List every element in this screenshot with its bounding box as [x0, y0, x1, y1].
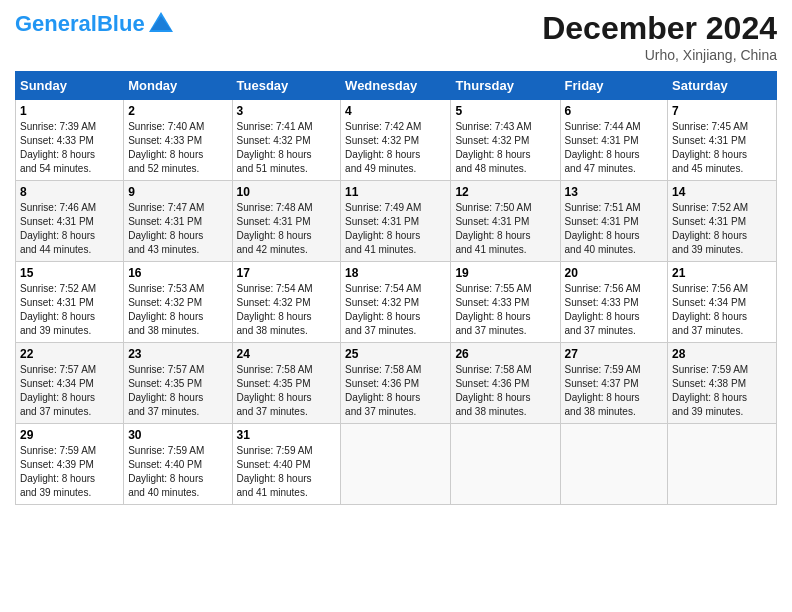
day-info: Sunrise: 7:57 AM Sunset: 4:34 PM Dayligh…	[20, 363, 119, 419]
logo-text: GeneralBlue	[15, 13, 145, 35]
day-info: Sunrise: 7:58 AM Sunset: 4:36 PM Dayligh…	[345, 363, 446, 419]
table-row: 29Sunrise: 7:59 AM Sunset: 4:39 PM Dayli…	[16, 424, 124, 505]
day-info: Sunrise: 7:56 AM Sunset: 4:34 PM Dayligh…	[672, 282, 772, 338]
day-number: 5	[455, 104, 555, 118]
table-row: 14Sunrise: 7:52 AM Sunset: 4:31 PM Dayli…	[668, 181, 777, 262]
table-row	[341, 424, 451, 505]
day-number: 8	[20, 185, 119, 199]
day-info: Sunrise: 7:58 AM Sunset: 4:35 PM Dayligh…	[237, 363, 337, 419]
table-row: 2Sunrise: 7:40 AM Sunset: 4:33 PM Daylig…	[124, 100, 232, 181]
table-row: 11Sunrise: 7:49 AM Sunset: 4:31 PM Dayli…	[341, 181, 451, 262]
logo-icon	[147, 10, 175, 38]
day-info: Sunrise: 7:59 AM Sunset: 4:40 PM Dayligh…	[128, 444, 227, 500]
day-info: Sunrise: 7:44 AM Sunset: 4:31 PM Dayligh…	[565, 120, 664, 176]
day-number: 28	[672, 347, 772, 361]
day-info: Sunrise: 7:50 AM Sunset: 4:31 PM Dayligh…	[455, 201, 555, 257]
day-number: 19	[455, 266, 555, 280]
day-number: 20	[565, 266, 664, 280]
day-number: 31	[237, 428, 337, 442]
day-info: Sunrise: 7:45 AM Sunset: 4:31 PM Dayligh…	[672, 120, 772, 176]
day-info: Sunrise: 7:49 AM Sunset: 4:31 PM Dayligh…	[345, 201, 446, 257]
day-number: 17	[237, 266, 337, 280]
day-number: 27	[565, 347, 664, 361]
table-row: 7Sunrise: 7:45 AM Sunset: 4:31 PM Daylig…	[668, 100, 777, 181]
table-row: 9Sunrise: 7:47 AM Sunset: 4:31 PM Daylig…	[124, 181, 232, 262]
table-row: 1Sunrise: 7:39 AM Sunset: 4:33 PM Daylig…	[16, 100, 124, 181]
day-info: Sunrise: 7:39 AM Sunset: 4:33 PM Dayligh…	[20, 120, 119, 176]
table-row: 21Sunrise: 7:56 AM Sunset: 4:34 PM Dayli…	[668, 262, 777, 343]
table-row: 25Sunrise: 7:58 AM Sunset: 4:36 PM Dayli…	[341, 343, 451, 424]
day-number: 22	[20, 347, 119, 361]
day-number: 1	[20, 104, 119, 118]
day-info: Sunrise: 7:54 AM Sunset: 4:32 PM Dayligh…	[237, 282, 337, 338]
day-info: Sunrise: 7:54 AM Sunset: 4:32 PM Dayligh…	[345, 282, 446, 338]
day-number: 2	[128, 104, 227, 118]
table-row: 30Sunrise: 7:59 AM Sunset: 4:40 PM Dayli…	[124, 424, 232, 505]
day-info: Sunrise: 7:51 AM Sunset: 4:31 PM Dayligh…	[565, 201, 664, 257]
table-row: 17Sunrise: 7:54 AM Sunset: 4:32 PM Dayli…	[232, 262, 341, 343]
col-thursday: Thursday	[451, 72, 560, 100]
calendar-week-1: 1Sunrise: 7:39 AM Sunset: 4:33 PM Daylig…	[16, 100, 777, 181]
col-wednesday: Wednesday	[341, 72, 451, 100]
col-saturday: Saturday	[668, 72, 777, 100]
table-row: 5Sunrise: 7:43 AM Sunset: 4:32 PM Daylig…	[451, 100, 560, 181]
day-info: Sunrise: 7:52 AM Sunset: 4:31 PM Dayligh…	[672, 201, 772, 257]
day-info: Sunrise: 7:55 AM Sunset: 4:33 PM Dayligh…	[455, 282, 555, 338]
table-row: 10Sunrise: 7:48 AM Sunset: 4:31 PM Dayli…	[232, 181, 341, 262]
logo-blue: Blue	[97, 11, 145, 36]
calendar-header-row: Sunday Monday Tuesday Wednesday Thursday…	[16, 72, 777, 100]
day-info: Sunrise: 7:53 AM Sunset: 4:32 PM Dayligh…	[128, 282, 227, 338]
day-number: 24	[237, 347, 337, 361]
table-row: 23Sunrise: 7:57 AM Sunset: 4:35 PM Dayli…	[124, 343, 232, 424]
title-area: December 2024 Urho, Xinjiang, China	[542, 10, 777, 63]
col-tuesday: Tuesday	[232, 72, 341, 100]
day-info: Sunrise: 7:48 AM Sunset: 4:31 PM Dayligh…	[237, 201, 337, 257]
calendar-week-2: 8Sunrise: 7:46 AM Sunset: 4:31 PM Daylig…	[16, 181, 777, 262]
table-row: 26Sunrise: 7:58 AM Sunset: 4:36 PM Dayli…	[451, 343, 560, 424]
day-info: Sunrise: 7:47 AM Sunset: 4:31 PM Dayligh…	[128, 201, 227, 257]
day-number: 14	[672, 185, 772, 199]
day-number: 30	[128, 428, 227, 442]
day-info: Sunrise: 7:41 AM Sunset: 4:32 PM Dayligh…	[237, 120, 337, 176]
col-monday: Monday	[124, 72, 232, 100]
page-container: GeneralBlue December 2024 Urho, Xinjiang…	[0, 0, 792, 515]
day-info: Sunrise: 7:59 AM Sunset: 4:40 PM Dayligh…	[237, 444, 337, 500]
day-number: 18	[345, 266, 446, 280]
day-number: 13	[565, 185, 664, 199]
day-number: 26	[455, 347, 555, 361]
day-info: Sunrise: 7:58 AM Sunset: 4:36 PM Dayligh…	[455, 363, 555, 419]
day-number: 6	[565, 104, 664, 118]
col-friday: Friday	[560, 72, 668, 100]
day-info: Sunrise: 7:42 AM Sunset: 4:32 PM Dayligh…	[345, 120, 446, 176]
day-info: Sunrise: 7:59 AM Sunset: 4:37 PM Dayligh…	[565, 363, 664, 419]
table-row: 13Sunrise: 7:51 AM Sunset: 4:31 PM Dayli…	[560, 181, 668, 262]
table-row: 27Sunrise: 7:59 AM Sunset: 4:37 PM Dayli…	[560, 343, 668, 424]
location: Urho, Xinjiang, China	[542, 47, 777, 63]
calendar-table: Sunday Monday Tuesday Wednesday Thursday…	[15, 71, 777, 505]
calendar-week-4: 22Sunrise: 7:57 AM Sunset: 4:34 PM Dayli…	[16, 343, 777, 424]
col-sunday: Sunday	[16, 72, 124, 100]
day-number: 21	[672, 266, 772, 280]
table-row: 28Sunrise: 7:59 AM Sunset: 4:38 PM Dayli…	[668, 343, 777, 424]
day-info: Sunrise: 7:43 AM Sunset: 4:32 PM Dayligh…	[455, 120, 555, 176]
table-row: 6Sunrise: 7:44 AM Sunset: 4:31 PM Daylig…	[560, 100, 668, 181]
table-row: 22Sunrise: 7:57 AM Sunset: 4:34 PM Dayli…	[16, 343, 124, 424]
day-number: 10	[237, 185, 337, 199]
table-row	[451, 424, 560, 505]
table-row: 19Sunrise: 7:55 AM Sunset: 4:33 PM Dayli…	[451, 262, 560, 343]
table-row: 3Sunrise: 7:41 AM Sunset: 4:32 PM Daylig…	[232, 100, 341, 181]
table-row: 16Sunrise: 7:53 AM Sunset: 4:32 PM Dayli…	[124, 262, 232, 343]
day-number: 11	[345, 185, 446, 199]
day-info: Sunrise: 7:52 AM Sunset: 4:31 PM Dayligh…	[20, 282, 119, 338]
table-row: 18Sunrise: 7:54 AM Sunset: 4:32 PM Dayli…	[341, 262, 451, 343]
day-info: Sunrise: 7:56 AM Sunset: 4:33 PM Dayligh…	[565, 282, 664, 338]
page-header: GeneralBlue December 2024 Urho, Xinjiang…	[15, 10, 777, 63]
month-title: December 2024	[542, 10, 777, 47]
day-info: Sunrise: 7:40 AM Sunset: 4:33 PM Dayligh…	[128, 120, 227, 176]
table-row: 12Sunrise: 7:50 AM Sunset: 4:31 PM Dayli…	[451, 181, 560, 262]
day-number: 9	[128, 185, 227, 199]
day-number: 12	[455, 185, 555, 199]
table-row: 20Sunrise: 7:56 AM Sunset: 4:33 PM Dayli…	[560, 262, 668, 343]
calendar-week-3: 15Sunrise: 7:52 AM Sunset: 4:31 PM Dayli…	[16, 262, 777, 343]
svg-marker-1	[151, 16, 171, 30]
